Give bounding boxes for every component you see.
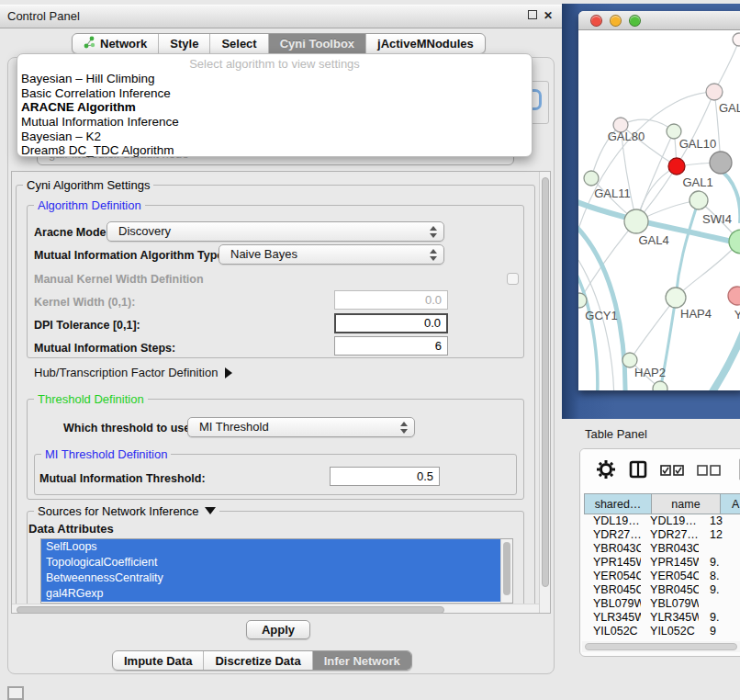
table-cell: YLR345W <box>584 611 641 625</box>
tab-select[interactable]: Select <box>210 34 268 53</box>
table-column-header[interactable]: A <box>721 493 740 514</box>
network-view-window[interactable]: GALGAL80GAL10GAL1GAL11SWI4GAL4GCY1HAP4YH… <box>578 11 740 390</box>
table-row[interactable]: YBL079WYBL079W <box>584 597 740 611</box>
network-edge[interactable] <box>630 298 676 360</box>
network-node[interactable] <box>653 381 667 390</box>
zoom-traffic-light[interactable] <box>629 15 641 27</box>
network-node[interactable] <box>624 209 648 233</box>
control-panel-title: Control Panel <box>7 9 80 23</box>
algorithm-option[interactable]: Bayesian – Hill Climbing <box>17 72 532 86</box>
network-node[interactable] <box>690 191 708 209</box>
kernel-width-field[interactable]: 0.0 <box>334 290 448 310</box>
network-edge[interactable] <box>689 332 740 390</box>
network-icon <box>84 36 95 51</box>
aracne-mode-combo[interactable]: Discovery <box>107 221 444 242</box>
unchecked-pair-icon[interactable] <box>697 463 721 480</box>
checked-pair-icon[interactable] <box>660 463 684 480</box>
tab-jactivemnodules-label: jActiveMNodules <box>377 37 474 51</box>
table-row[interactable]: YBR045CYBR045C9. <box>584 583 740 597</box>
data-attributes-list[interactable]: SelfLoopsTopologicalCoefficientBetweenne… <box>40 538 513 604</box>
manual-kernel-checkbox[interactable] <box>507 273 519 285</box>
sources-group-toggle[interactable]: Sources for Network Inference <box>34 504 219 518</box>
network-node[interactable] <box>666 288 686 308</box>
table-row[interactable]: YER054CYER054C8. <box>584 570 740 583</box>
table-cell: YPR145W <box>641 556 699 570</box>
which-threshold-combo[interactable]: MI Threshold <box>187 417 415 437</box>
gear-icon[interactable] <box>596 459 616 483</box>
table-cell: 12 <box>699 528 740 542</box>
kernel-width-label: Kernel Width (0,1): <box>34 296 135 309</box>
settings-vertical-scrollbar[interactable] <box>539 172 550 614</box>
table-row[interactable]: YLR345WYLR345W9. <box>584 611 740 625</box>
attributes-scrollbar[interactable] <box>500 539 512 603</box>
data-attribute-item[interactable]: TopologicalCoefficient <box>41 555 501 570</box>
table-column-header[interactable]: shared… <box>584 493 652 514</box>
hub-definition-toggle[interactable]: Hub/Transcription Factor Definition <box>34 366 232 379</box>
float-panel-icon[interactable] <box>528 10 537 19</box>
close-traffic-light[interactable] <box>590 15 602 27</box>
dpi-tolerance-field[interactable]: 0.0 <box>334 313 448 333</box>
table-cell <box>699 597 740 611</box>
table-row[interactable]: YDR27…YDR27…12 <box>584 528 740 542</box>
collapse-down-icon <box>205 507 216 514</box>
columns-icon[interactable] <box>629 460 647 482</box>
algorithm-option[interactable]: Dream8 DC_TDC Algorithm <box>17 143 532 158</box>
tab-impute-data[interactable]: Impute Data <box>113 651 204 670</box>
network-node-label: Y <box>734 308 740 322</box>
network-window-titlebar[interactable] <box>578 11 740 30</box>
network-node-label: GCY1 <box>585 309 617 322</box>
algorithm-dropdown-placeholder: Select algorithm to view settings <box>17 56 532 72</box>
tab-network[interactable]: Network <box>73 34 159 53</box>
tab-jactivemnodules[interactable]: jActiveMNodules <box>366 34 485 53</box>
tab-style[interactable]: Style <box>159 34 210 53</box>
aracne-mode-label: Aracne Mode: <box>34 226 110 239</box>
network-edge[interactable] <box>579 221 636 300</box>
data-attribute-item[interactable]: gal4RGexp <box>41 586 501 602</box>
network-node-label: GAL <box>719 101 740 115</box>
minimized-panel-icon[interactable] <box>7 686 24 700</box>
network-canvas[interactable]: GALGAL80GAL10GAL1GAL11SWI4GAL4GCY1HAP4YH… <box>578 30 740 390</box>
algorithm-option[interactable]: ARACNE Algorithm <box>17 100 532 115</box>
table-rows: YDL19…YDL19…13YDR27…YDR27…12YBR043CYBR04… <box>584 514 740 638</box>
network-node[interactable] <box>706 84 723 100</box>
mi-type-combo[interactable]: Naive Bayes <box>219 244 444 265</box>
apply-button[interactable]: Apply <box>246 620 310 639</box>
tab-style-label: Style <box>170 37 198 51</box>
algorithm-option[interactable]: Bayesian – K2 <box>17 130 532 144</box>
network-node[interactable] <box>729 230 740 254</box>
tab-discretize-data[interactable]: Discretize Data <box>204 651 312 670</box>
algorithm-option[interactable]: Mutual Information Inference <box>17 115 532 130</box>
table-horizontal-scrollbar[interactable] <box>582 641 740 652</box>
table-cell: YBR045C <box>584 583 641 597</box>
data-attribute-item[interactable]: BetweennessCentrality <box>41 570 501 586</box>
tab-discretize-data-label: Discretize Data <box>215 654 300 668</box>
table-row[interactable]: YPR145WYPR145W9. <box>584 556 740 570</box>
mi-steps-field[interactable]: 6 <box>334 336 448 356</box>
table-header-row: shared…nameA <box>584 493 740 514</box>
network-node[interactable] <box>733 33 740 46</box>
algorithm-option[interactable]: Basic Correlation Inference <box>17 86 532 101</box>
tab-cyni-toolbox[interactable]: Cyni Toolbox <box>269 34 366 53</box>
network-node[interactable] <box>584 171 599 186</box>
table-cell: YDL19… <box>641 514 699 528</box>
table-toolbar <box>580 449 740 493</box>
close-panel-icon[interactable]: ✕ <box>544 10 553 21</box>
table-column-header[interactable]: name <box>652 493 721 514</box>
tab-infer-network[interactable]: Infer Network <box>313 651 411 670</box>
table-row[interactable]: YBR043CYBR043C <box>584 542 740 556</box>
table-row[interactable]: YDL19…YDL19…13 <box>584 514 740 528</box>
table-panel-title: Table Panel <box>585 427 647 441</box>
network-node[interactable] <box>728 287 740 305</box>
settings-horizontal-scrollbar[interactable] <box>12 604 539 614</box>
network-node[interactable] <box>668 158 685 175</box>
network-edge[interactable] <box>578 271 598 390</box>
table-cell: YER054C <box>584 570 641 583</box>
data-attribute-item[interactable]: SelfLoops <box>41 539 501 555</box>
network-node[interactable] <box>710 152 732 174</box>
mi-threshold-field[interactable]: 0.5 <box>330 467 440 486</box>
minimize-traffic-light[interactable] <box>610 15 622 27</box>
mi-type-label: Mutual Information Algorithm Type: <box>34 249 227 262</box>
tab-impute-data-label: Impute Data <box>124 654 192 668</box>
network-edge[interactable] <box>578 225 625 390</box>
table-row[interactable]: YIL052CYIL052C9 <box>584 625 740 638</box>
